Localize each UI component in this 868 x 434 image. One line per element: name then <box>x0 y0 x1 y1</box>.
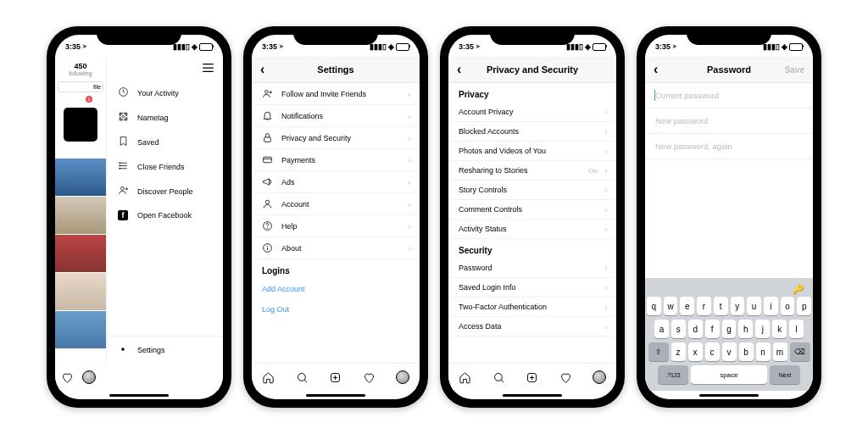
key-numeric[interactable]: .?123 <box>658 365 688 384</box>
edit-profile-button[interactable]: file <box>58 81 103 92</box>
photo-grid[interactable] <box>55 159 106 364</box>
add-post-icon[interactable] <box>329 370 342 384</box>
home-indicator[interactable] <box>55 391 223 399</box>
menu-open-facebook[interactable]: f Open Facebook <box>107 203 223 226</box>
row-access-data[interactable]: Access Data› <box>448 317 616 337</box>
new-password-input[interactable]: New password <box>645 108 813 134</box>
row-account[interactable]: Account› <box>252 193 420 215</box>
photo-thumb[interactable] <box>55 235 106 272</box>
key-r[interactable]: r <box>697 297 711 315</box>
search-icon[interactable] <box>492 370 505 384</box>
row-ads[interactable]: Ads› <box>252 171 420 193</box>
photo-thumb[interactable] <box>55 159 106 196</box>
following-stat[interactable]: 450 following <box>55 57 106 80</box>
home-icon[interactable] <box>262 370 275 384</box>
row-payments[interactable]: Payments› <box>252 149 420 171</box>
key-icon[interactable]: 🔑 <box>793 284 804 295</box>
key-backspace[interactable]: ⌫ <box>790 342 810 361</box>
row-help[interactable]: Help› <box>252 215 420 237</box>
photo-thumb[interactable] <box>55 311 106 348</box>
key-l[interactable]: l <box>789 320 804 338</box>
key-space[interactable]: space <box>691 365 767 384</box>
key-e[interactable]: e <box>680 297 694 315</box>
key-n[interactable]: n <box>756 342 771 361</box>
keyboard-row-2: asdfghjkl <box>647 320 811 338</box>
row-follow-invite[interactable]: Follow and Invite Friends› <box>252 83 420 105</box>
home-indicator[interactable] <box>448 391 616 399</box>
menu-discover-people[interactable]: Discover People <box>107 179 223 203</box>
key-j[interactable]: j <box>755 320 770 338</box>
row-blocked-accounts[interactable]: Blocked Accounts› <box>448 122 616 142</box>
save-button[interactable]: Save <box>785 65 804 75</box>
key-y[interactable]: y <box>731 297 745 315</box>
heart-icon[interactable] <box>559 370 573 384</box>
new-password-again-input[interactable]: New password, again <box>645 134 813 159</box>
key-v[interactable]: v <box>722 342 737 361</box>
row-photos-videos[interactable]: Photos and Videos of You› <box>448 142 616 161</box>
row-saved-login[interactable]: Saved Login Info› <box>448 278 616 298</box>
key-b[interactable]: b <box>739 342 754 361</box>
key-k[interactable]: k <box>772 320 787 338</box>
key-w[interactable]: w <box>664 297 678 315</box>
row-privacy-security[interactable]: Privacy and Security› <box>252 127 420 149</box>
key-d[interactable]: d <box>688 320 703 338</box>
key-a[interactable]: a <box>654 320 669 338</box>
home-indicator[interactable] <box>645 391 813 399</box>
menu-saved[interactable]: Saved <box>107 130 223 154</box>
key-g[interactable]: g <box>722 320 737 338</box>
key-x[interactable]: x <box>688 342 703 361</box>
key-q[interactable]: q <box>647 297 661 315</box>
lock-icon <box>262 132 273 143</box>
home-icon[interactable] <box>459 370 472 384</box>
avatar-icon[interactable] <box>82 370 96 384</box>
add-account-link[interactable]: Add Account <box>252 279 420 299</box>
avatar-icon[interactable] <box>593 370 606 384</box>
notch <box>293 26 378 45</box>
photo-thumb[interactable] <box>55 197 106 234</box>
key-c[interactable]: c <box>705 342 720 361</box>
key-h[interactable]: h <box>738 320 753 338</box>
home-indicator[interactable] <box>252 391 420 399</box>
avatar-icon[interactable] <box>396 370 409 384</box>
menu-close-friends[interactable]: Close Friends <box>107 154 223 179</box>
tagged-tab[interactable]: 1 <box>55 94 106 159</box>
log-out-link[interactable]: Log Out <box>252 299 420 320</box>
photo-thumb[interactable] <box>55 273 106 310</box>
phone-frame-2: 3:35 ➤ ▮▮▮▯◈ ‹ Settings Follow and Invit… <box>243 26 428 408</box>
hamburger-icon[interactable] <box>107 57 223 81</box>
row-two-factor[interactable]: Two-Factor Authentication› <box>448 298 616 317</box>
heart-icon[interactable] <box>363 370 376 384</box>
key-t[interactable]: t <box>714 297 728 315</box>
key-m[interactable]: m <box>773 342 787 361</box>
key-u[interactable]: u <box>747 297 761 315</box>
nav-header: ‹ Password Save <box>645 57 813 83</box>
saved-icon <box>117 136 129 148</box>
row-notifications[interactable]: Notifications› <box>252 105 420 127</box>
back-button[interactable]: ‹ <box>260 62 264 77</box>
row-account-privacy[interactable]: Account Privacy› <box>448 103 616 122</box>
row-story-controls[interactable]: Story Controls› <box>448 181 616 200</box>
key-s[interactable]: s <box>671 320 686 338</box>
row-activity-status[interactable]: Activity Status› <box>448 220 616 239</box>
key-next[interactable]: Next <box>770 365 800 384</box>
key-p[interactable]: p <box>797 297 811 315</box>
row-password[interactable]: Password› <box>448 259 616 278</box>
key-z[interactable]: z <box>671 342 686 361</box>
key-f[interactable]: f <box>705 320 720 338</box>
row-about[interactable]: About› <box>252 237 420 259</box>
current-password-input[interactable]: Current password <box>645 83 813 108</box>
key-shift[interactable]: ⇧ <box>648 342 669 361</box>
menu-settings[interactable]: Settings <box>107 336 223 364</box>
key-o[interactable]: o <box>781 297 795 315</box>
heart-icon[interactable] <box>60 370 74 384</box>
search-icon[interactable] <box>295 370 309 384</box>
svg-rect-20 <box>264 137 271 142</box>
add-post-icon[interactable] <box>526 370 539 384</box>
key-i[interactable]: i <box>764 297 778 315</box>
back-button[interactable]: ‹ <box>654 62 658 77</box>
back-button[interactable]: ‹ <box>457 62 461 77</box>
menu-nametag[interactable]: Nametag <box>107 105 223 130</box>
row-comment-controls[interactable]: Comment Controls› <box>448 200 616 220</box>
menu-your-activity[interactable]: Your Activity <box>107 81 223 105</box>
row-resharing-stories[interactable]: Resharing to StoriesOn› <box>448 161 616 181</box>
